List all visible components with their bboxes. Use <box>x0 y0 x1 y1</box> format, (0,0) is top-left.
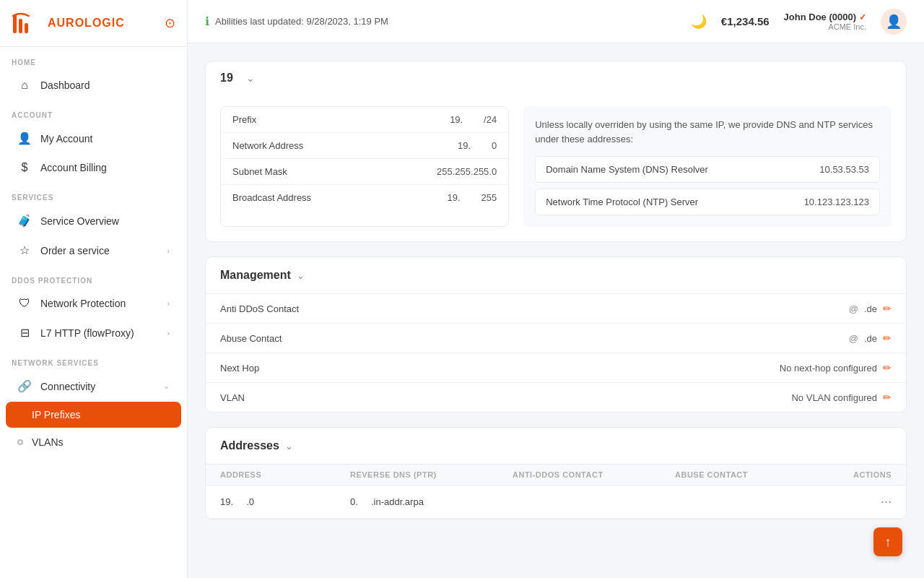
user-name: John Doe (0000) ✓ <box>784 12 866 22</box>
col-address: ADDRESS <box>220 470 350 479</box>
abuse-domain: .de <box>864 333 877 344</box>
svg-rect-2 <box>25 23 28 33</box>
vlan-value: No VLAN configured ✏ <box>791 392 892 403</box>
management-header[interactable]: Management ⌄ <box>206 257 906 293</box>
sidebar-item-l7-http[interactable]: ⊟ L7 HTTP (flowProxy) › <box>6 319 181 347</box>
sidebar-order-service-label: Order a service <box>40 245 158 256</box>
table-icon: ⊟ <box>17 326 32 340</box>
user-info: John Doe (0000) ✓ ACME Inc. <box>784 12 866 31</box>
vlans-dot <box>17 439 23 445</box>
dns-resolver-ip: 10.53.53.53 <box>819 164 869 175</box>
sidebar: AUROLOGIC ⊙ HOME ⌂ Dashboard ACCOUNT 👤 M… <box>0 0 188 578</box>
sidebar-connectivity-label: Connectivity <box>40 381 154 392</box>
antiddos-edit-icon[interactable]: ✏ <box>883 303 892 314</box>
vlan-text: No VLAN configured <box>791 392 877 403</box>
abuse-edit-icon[interactable]: ✏ <box>883 332 892 344</box>
sidebar-item-order-service[interactable]: ☆ Order a service › <box>6 236 181 264</box>
sidebar-vlans-label: VLANs <box>32 436 170 448</box>
briefcase-icon: 🧳 <box>17 214 32 228</box>
topbar: ℹ Abilities last updated: 9/28/2023, 1:1… <box>188 0 924 43</box>
mgmt-row-antiddos: Anti DDoS Contact @ .de ✏ <box>206 294 906 324</box>
addr-ptr: 0. .in-addr.arpa <box>350 496 513 507</box>
prefix-card: 19 ⌄ Prefix 19. /24 Network Address 19. … <box>205 61 907 242</box>
prefix-label-subnet: Subnet Mask <box>232 166 437 177</box>
nexthop-edit-icon[interactable]: ✏ <box>883 362 892 374</box>
vlan-label: VLAN <box>220 392 791 403</box>
sidebar-item-network-protection[interactable]: 🛡 Network Protection › <box>6 290 181 317</box>
ntp-server-label: Network Time Protocol (NTP) Server <box>546 197 803 207</box>
sidebar-item-vlans[interactable]: VLANs <box>6 429 181 455</box>
prefix-value-broadcast: 19. 255 <box>448 192 497 203</box>
prefix-row-broadcast: Broadcast Address 19. 255 <box>221 185 508 210</box>
prefix-body: Prefix 19. /24 Network Address 19. 0 Sub… <box>206 95 906 241</box>
network-protection-chevron-icon: › <box>167 299 170 308</box>
order-service-chevron-icon: › <box>167 246 170 255</box>
prefix-label-broadcast: Broadcast Address <box>232 192 448 203</box>
abuse-label: Abuse Contact <box>220 333 849 344</box>
sidebar-item-my-account[interactable]: 👤 My Account <box>6 124 181 152</box>
avatar-icon: 👤 <box>886 14 902 30</box>
person-icon: 👤 <box>17 131 32 145</box>
ntp-server-row: Network Time Protocol (NTP) Server 10.12… <box>535 189 880 215</box>
prefix-value-network: 19. 0 <box>458 140 497 151</box>
dns-description: Unless locally overriden by using the sa… <box>535 118 880 146</box>
dark-mode-toggle[interactable]: 🌙 <box>691 14 707 30</box>
user-avatar[interactable]: 👤 <box>881 9 907 35</box>
antiddos-label: Anti DDoS Contact <box>220 303 849 314</box>
sidebar-service-overview-label: Service Overview <box>40 215 170 227</box>
sidebar-item-dashboard[interactable]: ⌂ Dashboard <box>6 72 181 99</box>
col-ptr: REVERSE DNS (PTR) <box>350 470 513 479</box>
management-collapse-icon: ⌄ <box>297 270 305 281</box>
sidebar-item-service-overview[interactable]: 🧳 Service Overview <box>6 207 181 235</box>
topbar-right: 🌙 €1,234.56 John Doe (0000) ✓ ACME Inc. … <box>691 9 907 35</box>
scroll-top-button[interactable]: ↑ <box>873 527 902 556</box>
dns-resolver-row: Domain Name System (DNS) Resolver 10.53.… <box>535 156 880 183</box>
svg-rect-0 <box>13 14 17 33</box>
prefix-header[interactable]: 19 ⌄ <box>206 61 906 95</box>
prefix-label-prefix: Prefix <box>232 114 450 125</box>
sidebar-toggle-icon[interactable]: ⊙ <box>165 15 175 31</box>
prefix-row-subnet: Subnet Mask 255.255.255.0 <box>221 159 508 185</box>
sidebar-my-account-label: My Account <box>40 133 170 144</box>
antiddos-value: @ .de ✏ <box>849 303 892 314</box>
sidebar-network-protection-label: Network Protection <box>40 298 158 309</box>
l7-chevron-icon: › <box>167 329 170 337</box>
account-balance: €1,234.56 <box>721 15 770 27</box>
management-card: Management ⌄ Anti DDoS Contact @ .de ✏ A… <box>205 256 907 413</box>
nexthop-label: Next Hop <box>220 363 780 374</box>
link-icon: 🔗 <box>17 379 32 393</box>
scroll-top-icon: ↑ <box>885 535 892 550</box>
sidebar-item-account-billing[interactable]: $ Account Billing <box>6 154 181 181</box>
addresses-table-header: ADDRESS REVERSE DNS (PTR) ANTI-DDOS CONT… <box>206 464 906 486</box>
antiddos-domain: .de <box>864 303 877 314</box>
prefix-collapse-icon: ⌄ <box>246 72 255 84</box>
management-title: Management <box>220 269 291 282</box>
addresses-collapse-icon: ⌄ <box>285 441 293 452</box>
prefix-value-subnet: 255.255.255.0 <box>437 166 497 177</box>
prefix-table: Prefix 19. /24 Network Address 19. 0 Sub… <box>220 106 509 227</box>
addresses-header[interactable]: Addresses ⌄ <box>206 428 906 464</box>
prefix-dns-info: Unless locally overriden by using the sa… <box>523 106 892 227</box>
sidebar-item-ip-prefixes[interactable]: IP Prefixes <box>6 402 181 428</box>
logo-area: AUROLOGIC ⊙ <box>0 0 187 47</box>
addresses-card: Addresses ⌄ ADDRESS REVERSE DNS (PTR) AN… <box>205 427 907 519</box>
nexthop-value: No next-hop configured ✏ <box>780 362 892 374</box>
prefix-label-network: Network Address <box>232 140 458 151</box>
dns-resolver-label: Domain Name System (DNS) Resolver <box>546 164 819 175</box>
sidebar-dashboard-label: Dashboard <box>40 79 170 91</box>
ntp-server-ip: 10.123.123.123 <box>804 197 869 207</box>
brand-name: AUROLOGIC <box>48 17 125 30</box>
mgmt-row-vlan: VLAN No VLAN configured ✏ <box>206 383 906 412</box>
abilities-text: Abilities last updated: 9/28/2023, 1:19 … <box>215 16 388 27</box>
logo-icon <box>12 9 40 38</box>
shield-icon: 🛡 <box>17 297 32 310</box>
user-company: ACME Inc. <box>828 22 866 31</box>
vlan-edit-icon[interactable]: ✏ <box>883 392 892 403</box>
main-content: ℹ Abilities last updated: 9/28/2023, 1:1… <box>188 0 924 578</box>
nexthop-text: No next-hop configured <box>780 363 877 374</box>
ip-prefixes-dot <box>17 412 23 418</box>
col-antiddos: ANTI-DDOS CONTACT <box>513 470 675 479</box>
addr-actions-btn[interactable]: ··· <box>805 494 892 509</box>
sidebar-item-connectivity[interactable]: 🔗 Connectivity ⌄ <box>6 372 181 400</box>
management-table: Anti DDoS Contact @ .de ✏ Abuse Contact … <box>206 293 906 412</box>
